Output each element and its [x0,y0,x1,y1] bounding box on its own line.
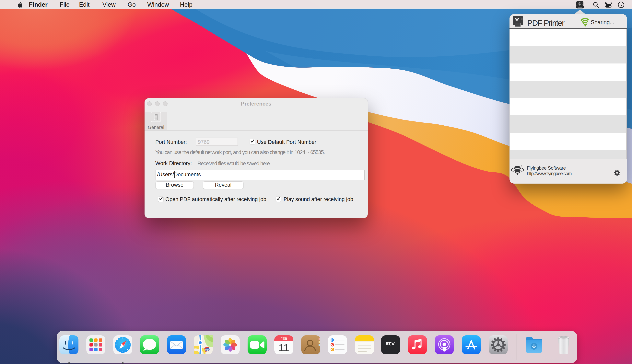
svg-text:FEB: FEB [281,337,287,340]
svg-text:11: 11 [279,342,289,354]
